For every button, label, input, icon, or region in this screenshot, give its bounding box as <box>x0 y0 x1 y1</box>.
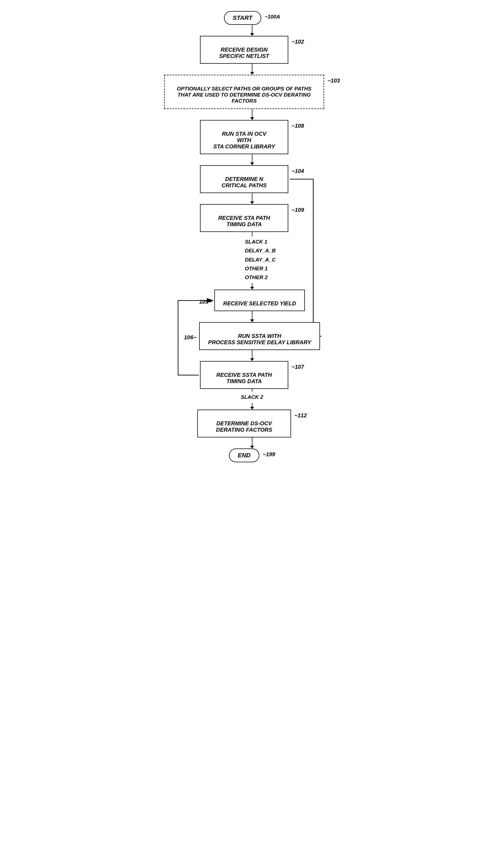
n105-block: 105~ RECEIVE SELECTED YIELD <box>128 290 376 322</box>
end-block: END ~199 <box>128 448 376 462</box>
end-row: END ~199 <box>128 448 376 462</box>
start-row: START ~100A <box>128 11 376 25</box>
timing-item-5: OTHER 2 <box>245 273 276 282</box>
n108-block: RUN STA IN OCV WITH STA CORNER LIBRARY ~… <box>128 120 376 165</box>
n103-block: OPTIONALLY SELECT PATHS OR GROUPS OF PAT… <box>128 75 376 120</box>
n106-row: 106~ RUN SSTA WITH PROCESS SENSITIVE DEL… <box>128 322 376 350</box>
n106-rect: RUN SSTA WITH PROCESS SENSITIVE DELAY LI… <box>199 322 320 350</box>
n106-block: 106~ RUN SSTA WITH PROCESS SENSITIVE DEL… <box>128 322 376 361</box>
n103-label: OPTIONALLY SELECT PATHS OR GROUPS OF PAT… <box>177 86 311 104</box>
ref-100a: ~100A <box>265 14 280 20</box>
ref-103: ~103 <box>328 78 340 84</box>
n105-label: RECEIVE SELECTED YIELD <box>223 300 296 307</box>
ref-107: ~107 <box>291 364 304 370</box>
n107-rect: RECEIVE SSTA PATH TIMING DATA <box>200 361 288 389</box>
n108-label: RUN STA IN OCV WITH STA CORNER LIBRARY <box>213 131 275 149</box>
n107-row: RECEIVE SSTA PATH TIMING DATA ~107 <box>128 361 376 389</box>
start-label: START <box>233 14 253 21</box>
n105-row: 105~ RECEIVE SELECTED YIELD <box>128 290 376 311</box>
start-oval: START <box>224 11 261 25</box>
ref-106: 106~ <box>184 334 196 341</box>
n112-rect: DETERMINE DS-OCV DERATING FACTORS <box>197 410 291 437</box>
n108-row: RUN STA IN OCV WITH STA CORNER LIBRARY ~… <box>128 120 376 154</box>
n105-rect: RECEIVE SELECTED YIELD <box>214 290 305 311</box>
n112-label: DETERMINE DS-OCV DERATING FACTORS <box>216 420 272 433</box>
n102-block: RECEIVE DESIGN SPECIFIC NETLIST ~102 <box>128 36 376 75</box>
ref-108: ~108 <box>291 123 304 129</box>
end-oval: END <box>229 448 259 462</box>
timing-item-1: SLACK 1 <box>245 237 276 246</box>
end-label: END <box>238 452 250 459</box>
n104-row: DETERMINE N CRITICAL PATHS ~104 <box>128 165 376 193</box>
timing-data-list: SLACK 1 DELAY_A_B DELAY_A_C OTHER 1 OTHE… <box>245 237 276 282</box>
n104-label: DETERMINE N CRITICAL PATHS <box>222 176 267 188</box>
timing-item-2: DELAY_A_B <box>245 246 276 255</box>
n112-block: DETERMINE DS-OCV DERATING FACTORS ~112 <box>128 410 376 448</box>
ref-104: ~104 <box>291 168 304 174</box>
n102-label: RECEIVE DESIGN SPECIFIC NETLIST <box>219 46 269 59</box>
ref-105: 105~ <box>199 299 212 305</box>
n102-rect: RECEIVE DESIGN SPECIFIC NETLIST <box>200 36 288 64</box>
n109-label: RECEIVE STA PATH TIMING DATA <box>218 215 270 227</box>
flowchart-container: START ~100A RECEIVE DESIGN SPECIFIC NETL… <box>128 11 376 462</box>
n102-row: RECEIVE DESIGN SPECIFIC NETLIST ~102 <box>128 36 376 64</box>
n109-block: RECEIVE STA PATH TIMING DATA ~109 SLACK … <box>128 204 376 290</box>
n104-block: DETERMINE N CRITICAL PATHS ~104 <box>128 165 376 204</box>
n108-rect: RUN STA IN OCV WITH STA CORNER LIBRARY <box>200 120 288 154</box>
n107-label: RECEIVE SSTA PATH TIMING DATA <box>216 372 272 384</box>
n112-row: DETERMINE DS-OCV DERATING FACTORS ~112 <box>128 410 376 437</box>
start-block: START ~100A <box>128 11 376 36</box>
n104-rect: DETERMINE N CRITICAL PATHS <box>200 165 288 193</box>
n103-row: OPTIONALLY SELECT PATHS OR GROUPS OF PAT… <box>128 75 376 109</box>
timing-item-4: OTHER 1 <box>245 264 276 273</box>
n103-rect: OPTIONALLY SELECT PATHS OR GROUPS OF PAT… <box>164 75 324 109</box>
slack2-label: SLACK 2 <box>241 393 263 402</box>
n107-block: RECEIVE SSTA PATH TIMING DATA ~107 SLACK… <box>128 361 376 409</box>
n109-rect: RECEIVE STA PATH TIMING DATA <box>200 204 288 232</box>
timing-item-3: DELAY_A_C <box>245 256 276 264</box>
ref-112: ~112 <box>294 412 307 419</box>
n109-row: RECEIVE STA PATH TIMING DATA ~109 <box>128 204 376 232</box>
ref-102: ~102 <box>291 39 304 45</box>
n106-label: RUN SSTA WITH PROCESS SENSITIVE DELAY LI… <box>208 333 311 345</box>
ref-109: ~109 <box>291 207 304 213</box>
ref-199: ~199 <box>263 451 275 457</box>
